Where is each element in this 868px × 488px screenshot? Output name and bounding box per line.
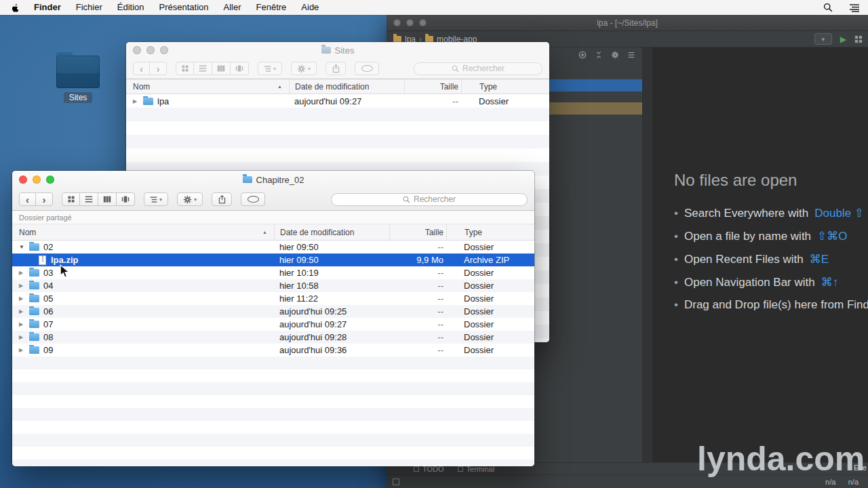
finder-window-chapitre02[interactable]: Chapitre_02 ‹ › ▾	[12, 171, 534, 466]
column-header-taille[interactable]: Taille	[404, 79, 461, 94]
table-row-05[interactable]: ▶ 05 hier 11:22 -- Dossier	[12, 292, 534, 305]
ide-titlebar[interactable]: lpa - [~/Sites/lpa]	[387, 15, 868, 31]
window-title-text: Sites	[335, 45, 355, 56]
chapitre-titlebar[interactable]: Chapitre_02	[12, 171, 534, 188]
toolwindow-toggle-icon[interactable]	[393, 479, 399, 485]
column-header-date[interactable]: Date de modification	[289, 79, 404, 94]
notification-center-button[interactable]	[841, 3, 868, 12]
file-size: --	[389, 319, 446, 329]
column-header-type[interactable]: Type	[446, 224, 534, 240]
share-button[interactable]	[212, 192, 232, 206]
window-title: Chapitre_02	[12, 175, 534, 185]
zoom-button[interactable]	[46, 176, 54, 184]
desktop-icon-label: Sites	[64, 92, 93, 103]
disclosure-right-icon[interactable]: ▶	[133, 98, 142, 104]
table-row-06[interactable]: ▶ 06 aujourd'hui 09:25 -- Dossier	[12, 305, 534, 318]
back-button[interactable]: ‹	[133, 62, 150, 75]
list-view-button[interactable]	[80, 192, 98, 206]
disclosure-right-icon[interactable]: ▶	[19, 270, 28, 276]
table-row-lpa[interactable]: ▶ lpa aujourd'hui 09:27 -- Dossier	[126, 94, 549, 108]
disclosure-right-icon[interactable]: ▶	[19, 347, 28, 353]
search-field[interactable]: Rechercher	[414, 62, 542, 75]
file-type: Dossier	[446, 306, 534, 317]
menu-item-edition[interactable]: Édition	[110, 0, 152, 15]
chapitre-file-list[interactable]: ▼ 02 hier 09:50 -- Dossier lpa.zip hier …	[12, 241, 534, 466]
minimize-button[interactable]	[33, 176, 41, 184]
disclosure-right-icon[interactable]: ▶	[19, 283, 28, 289]
disclosure-down-icon[interactable]: ▼	[19, 244, 28, 250]
column-header-type[interactable]: Type	[461, 79, 549, 94]
menu-item-finder[interactable]: Finder	[26, 0, 68, 15]
share-button[interactable]	[326, 62, 346, 75]
table-row-07[interactable]: ▶ 07 aujourd'hui 09:27 -- Dossier	[12, 318, 534, 331]
action-button[interactable]: ▾	[177, 192, 203, 206]
back-button[interactable]: ‹	[19, 192, 36, 206]
arrange-button[interactable]: ▾	[144, 192, 168, 206]
action-button[interactable]: ▾	[291, 62, 317, 75]
gear-icon[interactable]	[611, 51, 619, 59]
file-name: 05	[43, 293, 53, 304]
menu-item-fichier[interactable]: Fichier	[68, 0, 110, 15]
sites-titlebar[interactable]: Sites	[126, 42, 549, 58]
icon-view-button[interactable]	[62, 192, 80, 206]
search-placeholder: Rechercher	[462, 64, 505, 73]
sites-toolbar: ‹ › ▾ ▾	[126, 58, 549, 79]
tag-icon	[361, 65, 373, 72]
forward-button[interactable]: ›	[150, 62, 167, 75]
table-row-lpa-zip-selected[interactable]: lpa.zip hier 09:50 9,9 Mo Archive ZIP	[12, 253, 534, 266]
icon-view-button[interactable]	[176, 62, 194, 75]
menu-item-aller[interactable]: Aller	[216, 0, 249, 15]
coverflow-view-button[interactable]	[117, 192, 135, 206]
collapse-icon[interactable]	[595, 51, 603, 59]
ide-panel-divider[interactable]	[643, 47, 652, 462]
status-indicators: n/a n/a	[825, 478, 859, 486]
column-header-date[interactable]: Date de modification	[274, 224, 389, 240]
table-row-09[interactable]: ▶ 09 aujourd'hui 09:36 -- Dossier	[12, 344, 534, 357]
file-date: aujourd'hui 09:27	[289, 96, 404, 106]
hide-panel-icon[interactable]	[627, 51, 635, 59]
minimize-button[interactable]	[146, 46, 155, 54]
disclosure-right-icon[interactable]: ▶	[19, 296, 28, 302]
run-button[interactable]: ▶	[840, 35, 846, 43]
coverflow-view-button[interactable]	[231, 62, 249, 75]
tags-button[interactable]	[241, 192, 265, 206]
table-row-02[interactable]: ▼ 02 hier 09:50 -- Dossier	[12, 241, 534, 253]
menu-item-fenetre[interactable]: Fenêtre	[249, 0, 294, 15]
folder-icon	[425, 36, 433, 42]
menu-item-aide[interactable]: Aide	[294, 0, 326, 15]
spotlight-button[interactable]	[815, 3, 841, 12]
grid-icon[interactable]	[854, 35, 863, 43]
table-row-04[interactable]: ▶ 04 hier 10:58 -- Dossier	[12, 279, 534, 292]
menu-bar: Finder Fichier Édition Présentation Alle…	[0, 0, 868, 15]
column-view-button[interactable]	[98, 192, 117, 206]
column-header-nom[interactable]: Nom ▲	[126, 79, 289, 94]
arrange-button[interactable]: ▾	[258, 62, 282, 75]
column-header-taille[interactable]: Taille	[389, 224, 446, 240]
disclosure-right-icon[interactable]: ▶	[19, 334, 28, 340]
disclosure-right-icon[interactable]: ▶	[19, 308, 28, 314]
desktop-icon-sites[interactable]: Sites	[52, 52, 104, 103]
search-field[interactable]: Rechercher	[331, 193, 528, 206]
close-button[interactable]	[19, 176, 27, 184]
zoom-button[interactable]	[160, 46, 168, 54]
table-row-08[interactable]: ▶ 08 aujourd'hui 09:28 -- Dossier	[12, 331, 534, 344]
folder-proxy-icon	[243, 176, 252, 183]
tags-button[interactable]	[355, 62, 379, 75]
close-button[interactable]	[133, 46, 141, 54]
apple-menu[interactable]	[0, 3, 26, 13]
file-size: --	[389, 293, 446, 304]
folder-icon	[29, 295, 39, 302]
tip-shortcut: ⌘↑	[821, 275, 839, 289]
run-configuration-dropdown[interactable]: ▾	[814, 33, 832, 45]
file-name: lpa	[157, 96, 169, 106]
column-header-nom[interactable]: Nom ▲	[12, 224, 274, 240]
column-view-button[interactable]	[212, 62, 231, 75]
list-view-button[interactable]	[194, 62, 212, 75]
menu-item-presentation[interactable]: Présentation	[152, 0, 216, 15]
forward-button[interactable]: ›	[36, 192, 53, 206]
tip-shortcut: Double ⇧	[814, 206, 864, 220]
locate-icon[interactable]	[578, 51, 587, 59]
disclosure-right-icon[interactable]: ▶	[19, 321, 28, 327]
table-row-03[interactable]: ▶ 03 hier 10:19 -- Dossier	[12, 266, 534, 279]
file-type: Dossier	[446, 242, 534, 252]
